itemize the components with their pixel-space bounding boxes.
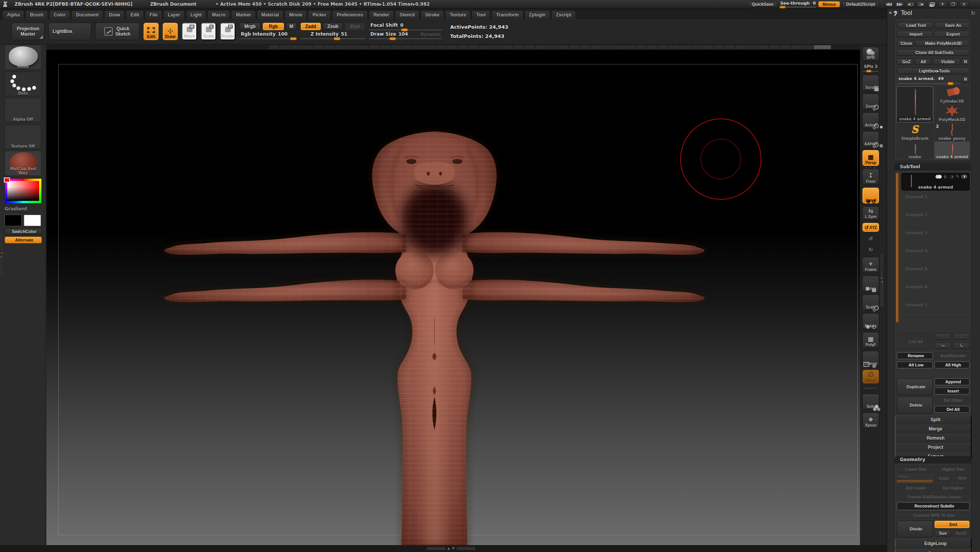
tool-thumbnail-cylinder3d[interactable]: Cylinder3D	[934, 86, 970, 104]
current-color-swatch[interactable]	[4, 177, 10, 182]
list-all-button[interactable]: List All	[897, 333, 933, 350]
bpr-button[interactable]: BPR	[862, 47, 879, 61]
subtool-expand-row[interactable]: Project	[895, 443, 972, 452]
all-high-button[interactable]: All High	[934, 361, 970, 368]
focal-shift-slider[interactable]: Focal Shift0	[369, 23, 442, 30]
subtool-expand-row[interactable]: Remesh	[895, 434, 972, 443]
crease-row[interactable]: Crease	[895, 549, 972, 552]
shelf-button[interactable]: AAHalf	[862, 131, 879, 147]
bottom-tray-handle[interactable]: ▲▼	[427, 547, 475, 550]
quick-sketch-button[interactable]: QuickSketch	[95, 23, 140, 40]
menu-tab[interactable]: Layer	[163, 10, 185, 19]
subtool-item-unused[interactable]: Unused 7	[901, 299, 969, 317]
menus-button[interactable]: Menus	[818, 1, 840, 7]
append-button[interactable]: Append	[934, 378, 970, 385]
subtool-item-unused[interactable]: Unused 1	[901, 191, 969, 209]
subtool-item-unused[interactable]: Unused 4	[901, 245, 969, 263]
shelf-button[interactable]: Rotate	[862, 313, 879, 329]
make-polymesh3d-button[interactable]: Make PolyMesh3D	[915, 40, 970, 47]
polypaint-icon[interactable]	[936, 175, 942, 179]
del-other-button[interactable]: Del Other	[934, 397, 970, 404]
tool-r-button[interactable]: R	[962, 76, 970, 83]
subtool-down-button[interactable]: ↓	[953, 333, 970, 340]
color-picker[interactable]	[5, 178, 42, 204]
half-visibility-icon[interactable]: ◐	[944, 174, 948, 179]
menu-tab[interactable]: Texture	[445, 10, 470, 19]
rotate-mode-button[interactable]: R Rotate	[220, 23, 235, 40]
window-control-icon[interactable]	[949, 1, 958, 7]
current-stroke-thumbnail[interactable]: Dots	[5, 72, 41, 96]
gradient-label[interactable]: Gradient	[5, 206, 42, 212]
menu-tab[interactable]: Macro	[207, 10, 230, 19]
subtool-item-unused[interactable]: Unused 2	[901, 209, 969, 227]
default-zscript-button[interactable]: DefaultZScript	[842, 1, 879, 7]
duplicate-button[interactable]: Duplicate	[897, 378, 933, 395]
edgeloop-row[interactable]: EdgeLoop	[895, 539, 972, 548]
lightbox-tools-button[interactable]: Lightbox▸Tools	[897, 67, 970, 74]
tool-thumbnail-snake4armed[interactable]: snake 4 armed	[934, 141, 970, 159]
subtool-item-selected[interactable]: ◐ ◑ ✎ snake 4 armed	[901, 173, 970, 191]
focal-shift-handle[interactable]	[401, 28, 408, 31]
zcut-button[interactable]: Zcut	[345, 23, 365, 30]
tool-thumbnail-simplebrush[interactable]: S SimpleBrush	[896, 123, 933, 141]
smt-button[interactable]: Smt	[934, 521, 970, 528]
subtool-expand-row[interactable]: Split	[895, 415, 972, 424]
menu-tab[interactable]: Preferences	[332, 10, 368, 19]
subtool-item-unused[interactable]: Unused 5	[901, 263, 969, 281]
rstr-button[interactable]: Rstr	[953, 475, 970, 481]
reload-icon[interactable]: ↻	[971, 10, 975, 16]
menu-tab[interactable]: Zscript	[551, 10, 576, 19]
menu-tab[interactable]: Color	[49, 10, 70, 19]
panel-collapse-icon[interactable]: ◀	[888, 10, 891, 15]
menu-tab[interactable]: Edit	[126, 10, 144, 19]
menu-tab[interactable]: Render	[369, 10, 394, 19]
window-control-icon[interactable]	[884, 1, 893, 7]
right-shelf-splitter[interactable]: ▸◂	[880, 253, 883, 307]
convert-bpr-button[interactable]: Convert BPR To Geo	[897, 512, 970, 519]
tool-thumbnail-snake[interactable]: snake	[896, 141, 933, 159]
rgb-button[interactable]: Rgb	[263, 23, 284, 30]
goz-all-button[interactable]: All	[915, 58, 932, 65]
menu-tab[interactable]: Stroke	[421, 10, 444, 19]
secondary-color-swatch[interactable]	[24, 215, 41, 226]
window-control-icon[interactable]	[927, 1, 936, 7]
menu-tab[interactable]: Zplugin	[525, 10, 550, 19]
subtool-up-button[interactable]: ↑	[934, 333, 951, 340]
main-color-swatch[interactable]	[5, 215, 22, 226]
higher-res-button[interactable]: Higher Res	[934, 466, 970, 473]
current-tool-slider[interactable]	[898, 83, 960, 84]
z-intensity-handle[interactable]	[334, 37, 340, 40]
insert-button[interactable]: Insert	[934, 388, 970, 394]
goz-visible-button[interactable]: Visible	[933, 58, 960, 65]
rgb-intensity-slider[interactable]: Rgb Intensity100	[239, 31, 297, 39]
shelf-button[interactable]	[862, 235, 879, 243]
delete-button[interactable]: Delete	[897, 397, 933, 414]
sdiv-slider[interactable]	[897, 480, 933, 483]
menu-tab[interactable]: Material	[257, 10, 283, 19]
shelf-button[interactable]: Move	[862, 276, 879, 292]
goz-r-button[interactable]: R	[962, 58, 970, 65]
suv-button[interactable]: Suv	[934, 530, 951, 537]
subtool-expand-row[interactable]: Merge	[895, 424, 972, 434]
del-all-button[interactable]: Del All	[934, 406, 970, 413]
current-alpha-thumbnail[interactable]: Alpha Off	[5, 98, 41, 122]
draw-size-handle[interactable]	[389, 37, 396, 40]
m-button[interactable]: M	[286, 23, 297, 30]
clone-all-subtools-button[interactable]: Clone All SubTools	[897, 49, 970, 56]
zadd-button[interactable]: Zadd	[301, 23, 321, 30]
shelf-button[interactable]: Solo	[862, 394, 879, 410]
all-low-button[interactable]: All Low	[897, 361, 933, 368]
see-through-track[interactable]	[779, 7, 816, 8]
goz-button[interactable]: GoZ	[897, 58, 914, 65]
shelf-button[interactable]: Scale	[862, 294, 879, 310]
projection-master-button[interactable]: ProjectionMaster	[12, 23, 44, 40]
shelf-button[interactable]: Local	[862, 187, 879, 204]
tool-thumbnail-snake-pussy[interactable]: 2 snake_pussy	[934, 123, 970, 141]
shelf-button[interactable]: Scroll	[862, 75, 879, 91]
reconstruct-subdiv-button[interactable]: Reconstruct Subdiv	[897, 502, 970, 510]
brush-icon[interactable]: ✎	[956, 174, 959, 179]
menu-tab[interactable]: Tool	[472, 10, 490, 19]
geometry-header[interactable]: Geometry	[894, 457, 971, 463]
zsub-button[interactable]: Zsub	[323, 23, 343, 30]
menu-tab[interactable]: Brush	[25, 10, 48, 19]
